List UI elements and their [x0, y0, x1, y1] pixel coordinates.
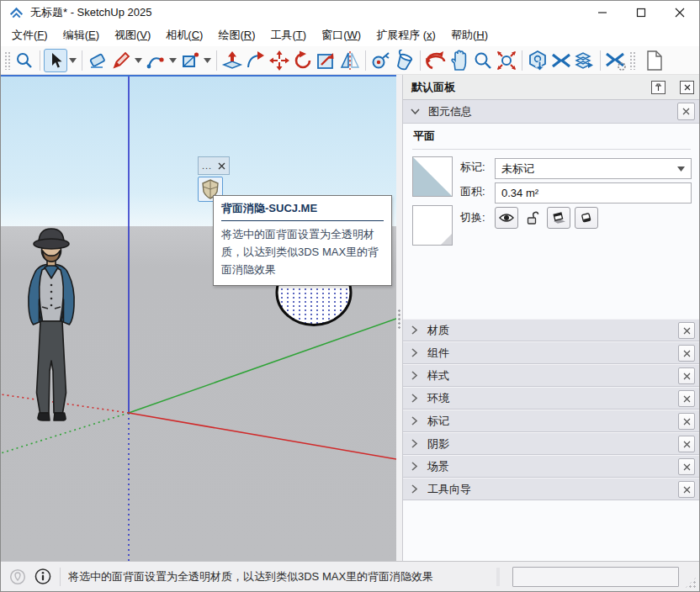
rotate-tool-icon[interactable]: [291, 49, 315, 72]
cast-shadows-toggle[interactable]: [547, 207, 570, 229]
menu-camera[interactable]: 相机(C): [158, 24, 210, 46]
select-tool-icon[interactable]: [44, 49, 67, 72]
new-document-icon[interactable]: [643, 49, 666, 72]
line-tool-icon[interactable]: [109, 49, 133, 72]
section-styles[interactable]: 样式: [403, 364, 700, 387]
line-tool-dropdown[interactable]: [133, 49, 144, 72]
eraser-tool-icon[interactable]: [86, 49, 109, 72]
section-scenes[interactable]: 场景: [403, 455, 700, 478]
divider: [60, 568, 61, 586]
tray-close-button[interactable]: [680, 81, 694, 94]
tray-title: 默认面板: [411, 80, 455, 95]
chevron-right-icon: [411, 439, 417, 448]
receive-shadows-toggle[interactable]: [575, 207, 598, 229]
tag-label: 标记:: [460, 160, 485, 175]
close-icon: [682, 108, 690, 115]
menu-draw[interactable]: 绘图(R): [210, 24, 262, 46]
section-tags[interactable]: 标记: [403, 410, 700, 432]
tray-pin-button[interactable]: [651, 81, 666, 94]
section-close-button[interactable]: [678, 345, 695, 362]
plugin-tooltip: 背面消隐-SUCJ.ME 将选中的面背面设置为全透明材质，以达到类似3DS MA…: [213, 195, 392, 286]
menu-bar: 文件(F) 编辑(E) 视图(V) 相机(C) 绘图(R) 工具(T) 窗口(W…: [1, 24, 699, 46]
section-close-button[interactable]: [678, 390, 695, 407]
viewport-focus-border: [1, 75, 396, 77]
front-material-swatch[interactable]: [412, 156, 453, 197]
scale-tool-icon[interactable]: [315, 49, 338, 72]
measurement-input[interactable]: [512, 567, 679, 587]
menu-extensions[interactable]: 扩展程序 (x): [369, 24, 443, 46]
export-layers-icon[interactable]: [573, 49, 597, 72]
menu-view[interactable]: 视图(V): [107, 24, 158, 46]
rectangle-tool-dropdown[interactable]: [202, 49, 213, 72]
section-close-button[interactable]: [678, 458, 695, 475]
receive-shadows-icon: [580, 212, 594, 225]
entity-info-close-button[interactable]: [677, 103, 695, 120]
menu-edit[interactable]: 编辑(E): [56, 24, 107, 46]
arc-tool-icon[interactable]: [144, 49, 167, 72]
default-tray-panel: 默认面板 图元信息 平面: [402, 75, 700, 563]
menu-window[interactable]: 窗口(W): [314, 24, 369, 46]
select-tool-dropdown[interactable]: [67, 49, 78, 72]
geolocation-button[interactable]: [9, 568, 26, 585]
follow-me-tool-icon[interactable]: [244, 49, 268, 72]
tape-measure-tool-icon[interactable]: [369, 49, 393, 72]
close-button[interactable]: [660, 1, 699, 24]
toolbar-grip[interactable]: [4, 51, 11, 70]
panel-splitter[interactable]: [396, 75, 402, 563]
push-pull-tool-icon[interactable]: [220, 49, 244, 72]
flip-tool-icon[interactable]: [338, 49, 362, 72]
scale-figure-person[interactable]: [18, 226, 90, 421]
chevron-right-icon: [411, 371, 417, 380]
splitter-grip[interactable]: [398, 309, 400, 330]
plugin-toolbar-titlebar[interactable]: ...: [198, 156, 230, 175]
zoom-tool-icon[interactable]: [13, 49, 36, 72]
close-icon: [683, 418, 691, 426]
area-field[interactable]: 0.34 m²: [495, 182, 692, 204]
chevron-down-icon: [677, 166, 685, 172]
area-label: 面积:: [460, 184, 485, 199]
tray-sections: 材质 组件 样式 环境: [403, 319, 700, 500]
chevron-down-icon: [411, 108, 420, 114]
section-close-button[interactable]: [678, 367, 695, 384]
extension-x-settings-icon[interactable]: [604, 49, 628, 72]
section-components[interactable]: 组件: [403, 341, 700, 364]
back-material-swatch[interactable]: [412, 205, 453, 246]
tray-header: 默认面板: [403, 75, 700, 100]
instructor-info-button[interactable]: [34, 568, 51, 585]
pan-tool-icon[interactable]: [448, 49, 471, 72]
toolbar-grip-2[interactable]: [629, 51, 636, 70]
section-close-button[interactable]: [678, 481, 695, 498]
paint-bucket-tool-icon[interactable]: [393, 49, 416, 72]
menu-file[interactable]: 文件(F): [4, 24, 56, 46]
zoom-extents-icon[interactable]: [495, 49, 518, 72]
section-close-button[interactable]: [678, 413, 695, 430]
menu-help[interactable]: 帮助(H): [443, 24, 496, 46]
section-close-button[interactable]: [678, 436, 695, 452]
maximize-button[interactable]: [622, 1, 660, 24]
divider: [496, 568, 500, 586]
arc-tool-dropdown[interactable]: [167, 49, 178, 72]
area-value: 0.34 m²: [501, 187, 538, 199]
menu-tools[interactable]: 工具(T): [263, 24, 315, 46]
section-close-button[interactable]: [678, 322, 695, 339]
rectangle-tool-icon[interactable]: [178, 49, 202, 72]
lock-toggle[interactable]: [522, 207, 543, 229]
orbit-tool-icon[interactable]: [424, 49, 448, 72]
tag-dropdown[interactable]: 未标记: [495, 158, 692, 179]
move-tool-icon[interactable]: [268, 49, 291, 72]
section-environment[interactable]: 环境: [403, 387, 700, 410]
entity-info-header[interactable]: 图元信息: [403, 100, 700, 124]
minimize-button[interactable]: [583, 1, 622, 24]
zoom-icon[interactable]: [471, 49, 495, 72]
extension-x-icon[interactable]: [549, 49, 573, 72]
section-shadows[interactable]: 阴影: [403, 432, 700, 455]
close-icon: [683, 486, 691, 494]
plugin-toolbar-close-icon[interactable]: [218, 162, 225, 170]
warehouse-download-icon[interactable]: [526, 49, 549, 72]
resize-grip[interactable]: [685, 577, 697, 589]
section-materials[interactable]: 材质: [403, 319, 700, 341]
close-icon: [683, 373, 691, 380]
model-viewport[interactable]: ... 背面消隐-SUCJ.ME 将选中的面背面设置为全透明材质，以达到类似3D…: [1, 75, 396, 563]
section-instructor[interactable]: 工具向导: [403, 478, 700, 500]
visibility-toggle[interactable]: [495, 207, 518, 229]
